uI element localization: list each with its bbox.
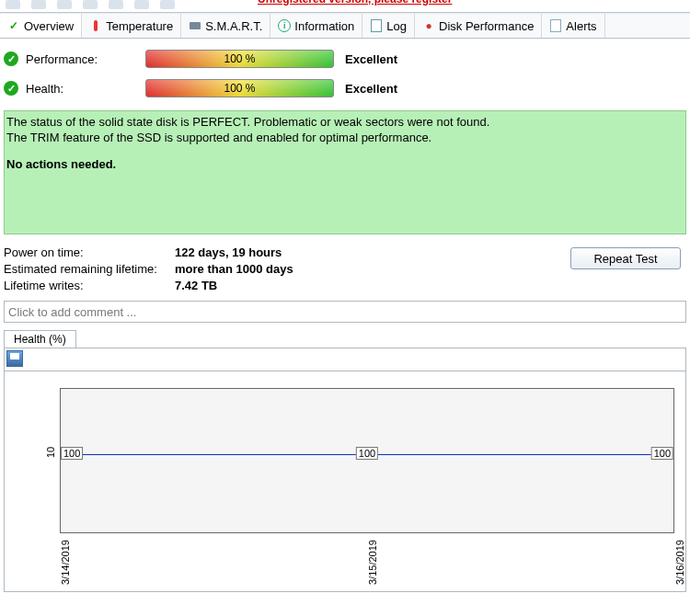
unregistered-link[interactable]: Unregistered version, please register	[258, 0, 452, 6]
tab-overview[interactable]: Overview	[0, 14, 82, 38]
tab-alerts[interactable]: Alerts	[542, 14, 604, 38]
toolbar-icon-5[interactable]	[107, 0, 125, 9]
toolbar-icon-1[interactable]	[4, 0, 22, 9]
chip-icon	[189, 19, 201, 32]
status-line: The status of the solid state disk is PE…	[6, 115, 684, 131]
status-no-actions: No actions needed.	[6, 157, 684, 173]
info-row-lifetime-writes: Lifetime writes: 7.42 TB	[4, 279, 293, 295]
tab-label: Overview	[24, 19, 74, 33]
chart-point-label: 100	[356, 447, 378, 460]
chart-x-tick: 3/16/2019	[674, 540, 685, 585]
tab-log[interactable]: Log	[362, 14, 415, 38]
toolbar-icon-7[interactable]	[158, 0, 177, 9]
info-row-remaining: Estimated remaining lifetime: more than …	[4, 262, 293, 279]
health-chart: 100 100 100 10 3/14/2019 3/15/2019 3/16/…	[4, 371, 686, 592]
metric-label: Health:	[26, 82, 145, 96]
metric-status: Excellent	[345, 52, 397, 66]
chart-plot-area: 100 100 100	[60, 388, 674, 533]
thermometer-icon	[89, 19, 102, 32]
info-value: 7.42 TB	[175, 279, 217, 295]
metric-status: Excellent	[345, 82, 397, 96]
save-icon[interactable]	[6, 350, 23, 367]
bar-value: 100 %	[224, 82, 255, 95]
info-block: Power on time: 122 days, 19 hours Estima…	[0, 234, 690, 299]
gauge-icon	[422, 19, 435, 32]
main-tabbar: Overview Temperature S.M.A.R.T. Informat…	[0, 13, 690, 39]
status-message-box: The status of the solid state disk is PE…	[4, 110, 686, 234]
health-bar: 100 %	[145, 79, 334, 97]
info-icon	[278, 19, 291, 32]
chart-x-tick: 3/15/2019	[367, 540, 378, 585]
log-icon	[370, 19, 383, 32]
metrics-section: Performance: 100 % Excellent Health: 100…	[0, 39, 690, 105]
metric-label: Performance:	[26, 52, 145, 66]
info-label: Lifetime writes:	[4, 279, 175, 295]
tab-label: S.M.A.R.T.	[205, 19, 262, 33]
tab-label: Temperature	[106, 19, 173, 33]
tab-smart[interactable]: S.M.A.R.T.	[181, 14, 270, 38]
performance-bar: 100 %	[145, 50, 334, 68]
chart-tab-health[interactable]: Health (%)	[4, 330, 76, 348]
info-value: more than 1000 days	[175, 262, 293, 279]
green-check-icon	[7, 19, 20, 32]
chart-point-label: 100	[651, 447, 673, 460]
toolbar-icon-6[interactable]	[132, 0, 151, 9]
toolbar-icon-2[interactable]	[29, 0, 48, 9]
repeat-test-button[interactable]: Repeat Test	[570, 247, 681, 269]
metric-health: Health: 100 % Excellent	[4, 74, 686, 103]
tab-label: Information	[294, 19, 354, 33]
info-label: Estimated remaining lifetime:	[4, 262, 175, 279]
toolbar-icon-3[interactable]	[55, 0, 74, 9]
tab-label: Alerts	[566, 19, 596, 33]
tab-label: Disk Performance	[439, 19, 534, 33]
chart-toolbar	[4, 348, 686, 371]
tab-information[interactable]: Information	[270, 14, 362, 38]
info-value: 122 days, 19 hours	[175, 245, 282, 262]
status-line: The TRIM feature of the SSD is supported…	[6, 131, 684, 146]
tab-label: Log	[386, 19, 407, 33]
top-toolbar: Unregistered version, please register	[0, 0, 690, 13]
info-row-power-on: Power on time: 122 days, 19 hours	[4, 245, 293, 262]
chart-x-tick: 3/14/2019	[60, 540, 71, 585]
check-circle-icon	[4, 51, 18, 66]
chart-y-tick: 10	[45, 447, 56, 458]
chart-point-label: 100	[61, 447, 83, 460]
alert-icon	[549, 19, 562, 32]
chart-tabs: Health (%)	[4, 330, 690, 348]
comment-input[interactable]: Click to add comment ...	[4, 301, 686, 323]
bar-value: 100 %	[224, 52, 255, 65]
metric-performance: Performance: 100 % Excellent	[4, 44, 686, 74]
info-label: Power on time:	[4, 245, 175, 262]
check-circle-icon	[4, 81, 18, 96]
tab-temperature[interactable]: Temperature	[82, 14, 181, 38]
info-rows: Power on time: 122 days, 19 hours Estima…	[4, 245, 293, 295]
tab-disk-performance[interactable]: Disk Performance	[415, 14, 542, 38]
toolbar-icon-4[interactable]	[81, 0, 99, 9]
